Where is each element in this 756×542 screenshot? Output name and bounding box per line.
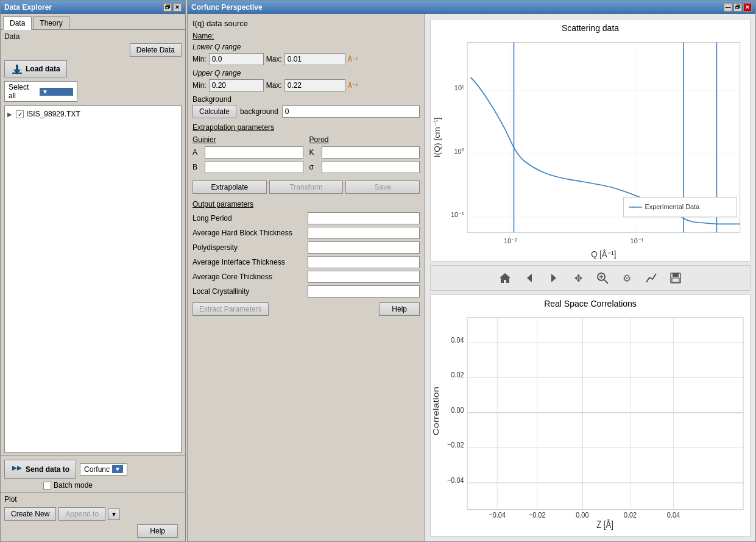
select-all-dropdown[interactable]: Select all ▼ [4,81,77,102]
guinier-a-input[interactable] [205,146,303,159]
append-dropdown-arrow[interactable]: ▼ [108,508,120,520]
svg-text:0.04: 0.04 [451,335,464,344]
delete-data-button[interactable]: Delete Data [130,43,182,57]
restore-btn[interactable]: 🗗 [163,3,172,12]
tab-theory[interactable]: Theory [33,16,69,29]
load-data-button[interactable]: Load data [4,60,67,77]
svg-rect-34 [673,273,679,277]
real-space-chart-svg: Correlation Z [Å] 0.04 0.02 0.00 −0.02 −… [431,311,750,537]
help-button-left[interactable]: Help [137,524,178,538]
data-section-label: Data [1,30,185,42]
avg-interface-input[interactable] [308,256,420,268]
svg-text:−0.04: −0.04 [447,475,464,484]
extrapolate-button[interactable]: Extrapolate [193,180,267,194]
guinier-b-input[interactable] [205,161,303,173]
svg-text:0.00: 0.00 [451,405,464,414]
porod-k-row: K [309,146,420,159]
svg-marker-24 [500,273,510,283]
svg-text:Correlation: Correlation [432,387,440,435]
extrapolation-grid: Guinier A B Porod K [193,135,420,176]
svg-text:10⁻¹: 10⁻¹ [451,211,464,218]
forward-toolbar-button[interactable] [544,268,563,288]
transform-button[interactable]: Transform [269,180,344,194]
batch-mode-checkbox[interactable] [43,482,51,490]
max-lower-label: Max: [266,55,282,63]
porod-col: Porod K σ [309,135,420,176]
lower-q-min-max-row: Min: Max: Å⁻¹ [193,53,420,65]
save-toolbar-button[interactable] [666,268,685,288]
line-toolbar-button[interactable] [641,268,661,288]
svg-text:0.00: 0.00 [576,510,588,519]
corfunc-restore-btn[interactable]: 🗗 [733,3,742,12]
porod-title: Porod [309,135,420,144]
svg-text:I(Q) [cm⁻¹]: I(Q) [cm⁻¹] [433,118,442,158]
long-period-label: Long Period [193,214,305,223]
tab-data[interactable]: Data [3,16,32,30]
home-toolbar-button[interactable] [495,268,515,288]
batch-mode-row: Batch mode [1,480,185,492]
corfunc-select-dropdown[interactable]: Corfunc ▼ [80,463,127,476]
polydispersity-input[interactable] [308,241,420,254]
corfunc-close-btn[interactable]: ✕ [743,3,752,12]
save-button[interactable]: Save [345,180,420,194]
corfunc-minimize-btn[interactable]: — [724,3,732,12]
guinier-a-row: A [193,146,303,159]
send-data-section: Send data to Corfunc ▼ [1,455,185,480]
corfunc-title: Corfunc Perspective [191,3,263,12]
porod-sigma-input[interactable] [322,161,420,173]
select-all-row: Select all ▼ [1,80,185,103]
help-button[interactable]: Help [379,302,420,316]
extrap-buttons-row: Extrapolate Transform Save [193,180,420,194]
max-lower-input[interactable] [284,53,345,65]
data-tree[interactable]: ▶ ISIS_98929.TXT [4,105,182,453]
create-new-button[interactable]: Create New [4,507,56,521]
charts-panel: Scattering data I(Q) [cm⁻¹] Q [Å⁻¹] 10⁻¹ [425,14,755,541]
back-icon [523,271,536,285]
long-period-input[interactable] [308,212,420,224]
real-space-chart-title: Real Space Correlations [431,295,750,311]
close-btn[interactable]: ✕ [173,3,182,12]
max-upper-input[interactable] [284,79,345,91]
plot-section-label: Plot [1,492,185,505]
save-icon [669,271,682,285]
svg-text:✥: ✥ [574,273,582,283]
calculate-button[interactable]: Calculate [193,105,236,118]
settings-icon: ⚙ [620,271,634,285]
corfunc-titlebar: Corfunc Perspective — 🗗 ✕ [188,1,755,14]
zoom-toolbar-button[interactable] [593,268,612,288]
batch-mode-label: Batch mode [54,481,93,490]
porod-sigma-label: σ [309,163,319,171]
append-to-button[interactable]: Append to [58,507,105,521]
tree-expand-icon: ▶ [7,111,13,118]
avg-hard-block-label: Average Hard Block Thickness [193,229,305,237]
upper-q-min-max-row: Min: Max: Å⁻¹ [193,79,420,91]
min-upper-input[interactable] [209,79,264,91]
pan-toolbar-button[interactable]: ✥ [568,268,588,288]
avg-hard-block-input[interactable] [308,227,420,239]
iq-datasource-title: I(q) data source [193,19,420,28]
send-icon [11,463,23,476]
extract-params-button[interactable]: Extract Parameters [193,302,269,316]
settings-toolbar-button[interactable]: ⚙ [617,268,637,288]
send-data-button[interactable]: Send data to [4,460,76,479]
porod-k-input[interactable] [322,146,420,159]
local-crystallinity-input[interactable] [308,285,420,298]
tree-item-0[interactable]: ▶ ISIS_98929.TXT [7,109,178,119]
extrapolation-title: Extrapolation parameters [193,123,420,132]
background-input[interactable] [282,105,420,118]
tree-filename-0: ISIS_98929.TXT [26,110,80,118]
max-upper-label: Max: [266,81,282,90]
tree-checkbox-0[interactable] [16,110,24,118]
home-icon [498,271,512,285]
min-lower-input[interactable] [209,53,264,65]
svg-text:0.02: 0.02 [451,370,464,379]
background-field-label: background [240,107,278,116]
corfunc-titlebar-controls: — 🗗 ✕ [724,3,752,12]
avg-core-input[interactable] [308,271,420,283]
load-data-row: Load data [1,58,185,80]
back-toolbar-button[interactable] [520,268,539,288]
svg-text:0.02: 0.02 [624,510,637,519]
tabs-row: Data Theory [1,14,185,30]
corfunc-dropdown-arrow: ▼ [112,465,123,473]
svg-text:10⁻²: 10⁻² [504,237,517,244]
